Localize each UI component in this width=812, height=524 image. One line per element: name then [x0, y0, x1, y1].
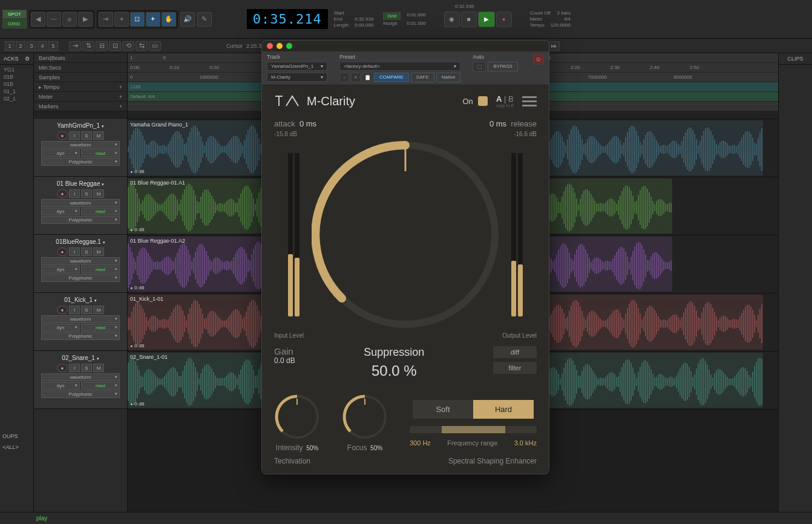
automation-select[interactable]: read	[81, 324, 120, 332]
track-name[interactable]: YamhGrndPn_1 ▾	[36, 121, 125, 130]
track-name[interactable]: 02_Snare_1 ▾	[36, 353, 125, 362]
automation-select[interactable]: read	[81, 149, 120, 157]
mute-button[interactable]: M	[93, 364, 104, 372]
zoom-in-icon[interactable]: ▶	[78, 12, 93, 27]
zoom-out-icon[interactable]: ◀	[31, 12, 45, 27]
speaker-icon[interactable]: 🔊	[180, 12, 195, 27]
release-value[interactable]: 0 ms	[489, 119, 506, 128]
frequency-range-slider[interactable]	[410, 426, 537, 433]
diff-button[interactable]: diff	[493, 346, 537, 358]
input-button[interactable]: I	[69, 247, 80, 256]
record-enable-button[interactable]: ●	[57, 131, 68, 140]
stop-button[interactable]: ■	[461, 11, 477, 27]
auto-icon[interactable]: ⬚	[473, 62, 486, 71]
dyn-select[interactable]: dyn	[41, 382, 80, 390]
grid-label[interactable]: Grid	[383, 12, 401, 20]
main-timecode[interactable]: 0:35.214	[247, 9, 328, 29]
meter-value[interactable]: 4/4	[564, 16, 571, 22]
pencil-tool-icon[interactable]: ✎	[197, 12, 212, 27]
mute-button[interactable]: M	[93, 189, 104, 198]
mute-button[interactable]: M	[93, 306, 104, 314]
insertion-icon[interactable]: ⊡	[109, 41, 121, 51]
mem-3[interactable]: 3	[27, 41, 36, 51]
ruler-bars[interactable]: Bars|Beats	[34, 53, 127, 63]
waveform-select[interactable]: waveform	[41, 141, 120, 149]
ruler-tempo[interactable]: ▸ Tempo+	[34, 82, 127, 92]
mute-button[interactable]: M	[93, 247, 104, 256]
track-name[interactable]: 01BlueReggae.1 ▾	[36, 237, 125, 246]
ruler-markers[interactable]: Markers+	[34, 102, 127, 111]
soft-button[interactable]: Soft	[413, 400, 473, 419]
plugin-on-toggle[interactable]: On	[462, 96, 487, 106]
zoom-audio-icon[interactable]: ≡	[62, 12, 77, 27]
mem-4[interactable]: 4	[38, 41, 47, 51]
suppression-value[interactable]: 50.0 %	[364, 362, 424, 379]
record-button[interactable]: ●	[496, 11, 512, 27]
dyn-select[interactable]: dyn	[41, 149, 80, 157]
input-button[interactable]: I	[69, 131, 80, 140]
dyn-select[interactable]: dyn	[41, 266, 80, 273]
intensity-knob[interactable]	[274, 394, 320, 440]
waveform-select[interactable]: waveform	[41, 199, 120, 207]
automation-select[interactable]: read	[81, 382, 120, 390]
compare-button[interactable]: COMPARE	[374, 73, 409, 82]
zoom-wave-icon[interactable]: 〰	[47, 12, 61, 27]
spot-mode-button[interactable]: SPOT	[2, 10, 27, 19]
elastic-select[interactable]: Polyphonic	[41, 332, 120, 340]
automation-icon[interactable]: ⟲	[122, 41, 134, 51]
filter-button[interactable]: filter	[493, 362, 537, 374]
online-button[interactable]: ◉	[444, 11, 460, 27]
link-icon[interactable]: ⊟	[96, 41, 108, 51]
menu-icon[interactable]	[522, 96, 537, 106]
power-toggle[interactable]	[478, 96, 488, 106]
solo-button[interactable]: S	[81, 131, 92, 140]
mem-2[interactable]: 2	[16, 41, 25, 51]
gte-button[interactable]: ⏭	[548, 41, 560, 51]
solo-button[interactable]: S	[81, 189, 92, 198]
smart-tool-icon[interactable]: ✦	[146, 12, 160, 27]
record-enable-button[interactable]: ●	[57, 306, 68, 314]
track-list-item[interactable]: 01B	[4, 73, 30, 80]
length-value[interactable]: 0:00.000	[355, 22, 373, 28]
nudge-value[interactable]: 0:01.000	[407, 21, 425, 26]
gain-value[interactable]: 0.0 dB	[274, 356, 295, 365]
track-name[interactable]: 01 Blue Reggae ▾	[36, 179, 125, 188]
native-button[interactable]: Native	[436, 73, 461, 82]
grabber-tool-icon[interactable]: ⊡	[130, 12, 145, 27]
elastic-select[interactable]: Polyphonic	[41, 158, 120, 166]
gear-icon[interactable]: ⚙	[25, 56, 30, 62]
insert-select[interactable]: M-Clarity▾	[267, 73, 327, 82]
suppression-dial[interactable]	[312, 141, 499, 329]
ruler-minsec[interactable]: Min:Secs	[34, 63, 127, 73]
tab-transient-icon[interactable]: ⇥	[69, 41, 81, 51]
groups-all[interactable]: <ALL>	[2, 444, 19, 450]
track-name[interactable]: 01_Kick_1 ▾	[36, 295, 125, 304]
maximize-icon[interactable]	[286, 43, 292, 49]
grid-mode-button[interactable]: GRID	[2, 19, 27, 28]
count-value[interactable]: 2 bars	[557, 10, 571, 16]
target-icon[interactable]: ⊙	[533, 54, 544, 65]
start-value[interactable]: 0:32.938	[455, 4, 474, 9]
mute-button[interactable]: M	[93, 131, 104, 140]
track-list-item[interactable]: 01_1	[4, 88, 30, 95]
layered-icon[interactable]: ▭	[149, 41, 161, 51]
solo-button[interactable]: S	[81, 306, 92, 314]
focus-knob[interactable]	[342, 394, 388, 440]
preset-select[interactable]: <factory default>▾	[339, 62, 460, 71]
minimize-icon[interactable]	[277, 43, 283, 49]
elastic-select[interactable]: Polyphonic	[41, 274, 120, 282]
automation-select[interactable]: read	[81, 208, 120, 215]
mirrored-icon[interactable]: ⇆	[136, 41, 148, 51]
next-preset-icon[interactable]: +	[351, 73, 361, 82]
grid-value[interactable]: 0:01.000	[407, 12, 425, 20]
solo-button[interactable]: S	[81, 247, 92, 256]
record-enable-button[interactable]: ●	[57, 247, 68, 256]
waveform-select[interactable]: waveform	[41, 257, 120, 265]
close-icon[interactable]	[267, 43, 273, 49]
track-list-item[interactable]: 01B	[4, 80, 30, 88]
play-button[interactable]: ▶	[478, 11, 495, 27]
bypass-button[interactable]: BYPASS	[488, 62, 517, 71]
elastic-select[interactable]: Polyphonic	[41, 216, 120, 224]
mem-5[interactable]: 5	[48, 41, 58, 51]
track-list-item[interactable]: 02_1	[4, 95, 30, 102]
